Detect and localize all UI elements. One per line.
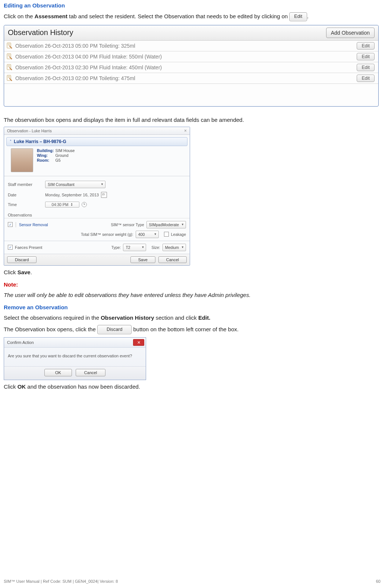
observation-icon: [6, 53, 12, 60]
window-title: Observation - Luke Harris: [7, 129, 52, 133]
room-label: Room:: [37, 158, 54, 162]
chevron-down-icon: ▼: [101, 183, 104, 186]
p4a: Select the observations required in the: [4, 314, 101, 321]
observation-history-header: Observation History Add Observation: [4, 25, 378, 41]
size-value: Medium: [165, 245, 179, 250]
panel-spacer: [4, 84, 378, 106]
faeces-checkbox[interactable]: ✓: [8, 245, 13, 250]
para-click-ok: Click OK and the observation has now bee…: [4, 383, 381, 391]
faeces-label: Faeces Present: [15, 245, 42, 250]
observation-icon: [6, 75, 12, 82]
para-click-save: Click Save.: [4, 269, 381, 276]
p4c: section and click: [154, 314, 198, 321]
chevron-up-icon: ˄: [10, 139, 12, 143]
staff-select[interactable]: SIM Consultant ▼: [45, 181, 105, 188]
sensor-type-select[interactable]: SIMpadModerate ▼: [146, 221, 186, 228]
sensor-type-label: SIM™ sensor Type: [111, 222, 144, 227]
add-observation-button[interactable]: Add Observation: [326, 28, 375, 38]
p5b: button on the bottom left corner of the …: [132, 326, 239, 332]
observation-text: Observation 26-Oct-2013 02:00 PM Toileti…: [15, 75, 135, 81]
edit-button[interactable]: Edit: [357, 64, 375, 71]
svg-point-15: [11, 80, 12, 81]
observation-text: Observation 26-Oct-2013 02:30 PM Fluid I…: [15, 64, 162, 70]
discard-button[interactable]: Discard: [7, 256, 37, 263]
divider: [16, 222, 16, 227]
edit-button-inline[interactable]: Edit: [289, 12, 307, 21]
p6a: Click: [4, 383, 18, 390]
date-value[interactable]: Monday, September 16, 2013: [45, 193, 99, 197]
building-value: SIM House: [56, 148, 75, 153]
observation-row[interactable]: Observation 26-Oct-2013 02:30 PM Fluid I…: [4, 62, 378, 73]
observation-text: Observation 26-Oct-2013 04:00 PM Fluid I…: [15, 54, 162, 60]
observation-history-title: Observation History: [8, 28, 73, 37]
wing-value: Ground: [56, 153, 75, 158]
time-value: 04:30 PM: [52, 202, 69, 207]
close-icon[interactable]: ×: [184, 128, 187, 133]
para1-d: .: [307, 13, 309, 19]
discard-button-inline[interactable]: Discard: [97, 325, 132, 335]
clock-icon[interactable]: [82, 202, 87, 207]
leakage-checkbox[interactable]: [164, 232, 169, 237]
observation-row[interactable]: Observation 26-Oct-2013 05:00 PM Toileti…: [4, 41, 378, 51]
para-click-assessment: Click on the Assessment tab and select t…: [4, 12, 381, 21]
time-field[interactable]: 04:30 PM ▲▼: [45, 202, 79, 208]
save-button[interactable]: Save: [130, 256, 155, 263]
room-value: G5: [56, 158, 75, 162]
edit-button[interactable]: Edit: [357, 42, 375, 50]
p6c: and the observation has now been discard…: [26, 383, 140, 390]
chevron-down-icon: ▼: [181, 246, 184, 249]
total-weight-value: 400: [138, 232, 145, 237]
edit-button[interactable]: Edit: [357, 75, 375, 82]
note-heading: Note:: [4, 281, 381, 288]
confirm-body: Are you sure that you want to discard th…: [4, 348, 146, 366]
time-spinner[interactable]: ▲▼: [71, 203, 73, 206]
cancel-button[interactable]: Cancel: [158, 256, 187, 263]
observations-label: Observations: [4, 211, 190, 218]
total-weight-select[interactable]: 400 ▼: [136, 231, 159, 238]
calendar-icon[interactable]: [101, 192, 107, 198]
svg-point-3: [11, 47, 12, 48]
time-label: Time: [8, 202, 42, 207]
note-body: The user will only be able to edit obser…: [4, 291, 381, 299]
footer-left: SIM™ User Manual | Ref Code: SUM | GEN4_…: [4, 579, 118, 584]
resident-name: Luke Harris – BH-9876-G: [14, 139, 66, 144]
cancel-button[interactable]: Cancel: [76, 369, 105, 376]
para-select-observation: Select the observations required in the …: [4, 314, 381, 322]
resident-body: Building: SIM House Wing: Ground Room: G…: [4, 148, 190, 175]
size-label: Size:: [151, 245, 160, 250]
observation-row[interactable]: Observation 26-Oct-2013 02:00 PM Toileti…: [4, 73, 378, 84]
edit-button[interactable]: Edit: [357, 53, 375, 60]
size-select[interactable]: Medium ▼: [162, 244, 186, 251]
para-observation-box-opens: The observation box opens and displays t…: [4, 116, 381, 124]
observation-icon: [6, 42, 12, 49]
svg-point-7: [11, 58, 12, 59]
sensor-removal-link[interactable]: Sensor Removal: [19, 222, 48, 227]
observation-row[interactable]: Observation 26-Oct-2013 04:00 PM Fluid I…: [4, 51, 378, 62]
resident-header[interactable]: ˄ Luke Harris – BH-9876-G: [6, 137, 187, 146]
observation-icon: [6, 64, 12, 71]
leakage-label: Leakage: [171, 232, 186, 237]
confirm-action-dialog: Confirm Action ✕ Are you sure that you w…: [4, 337, 146, 380]
date-label: Date: [8, 193, 42, 197]
observation-history-panel: Observation History Add Observation Obse…: [4, 25, 379, 107]
window-footer: Discard Save Cancel: [4, 254, 190, 265]
staff-label: Staff member: [8, 182, 42, 187]
close-button[interactable]: ✕: [133, 339, 144, 346]
edit-bold: Edit.: [198, 314, 211, 321]
building-label: Building:: [37, 148, 54, 153]
chevron-down-icon: ▼: [141, 246, 144, 249]
staff-value: SIM Consultant: [48, 182, 75, 187]
page-number: 60: [376, 579, 381, 584]
para1-a: Click on the: [4, 13, 35, 19]
confirm-footer: OK Cancel: [4, 366, 146, 380]
p3c: .: [31, 269, 32, 275]
save-bold: Save: [18, 269, 31, 275]
sensor-removal-checkbox[interactable]: ✓: [8, 222, 13, 227]
heading-editing-observation: Editing an Observation: [4, 2, 381, 9]
obs-history-bold: Observation History: [101, 314, 154, 321]
p3a: Click: [4, 269, 18, 275]
ok-button[interactable]: OK: [44, 369, 72, 376]
type-select[interactable]: T2 ▼: [123, 244, 146, 251]
chevron-down-icon: ▼: [181, 223, 184, 226]
page-footer: SIM™ User Manual | Ref Code: SUM | GEN4_…: [4, 579, 381, 584]
